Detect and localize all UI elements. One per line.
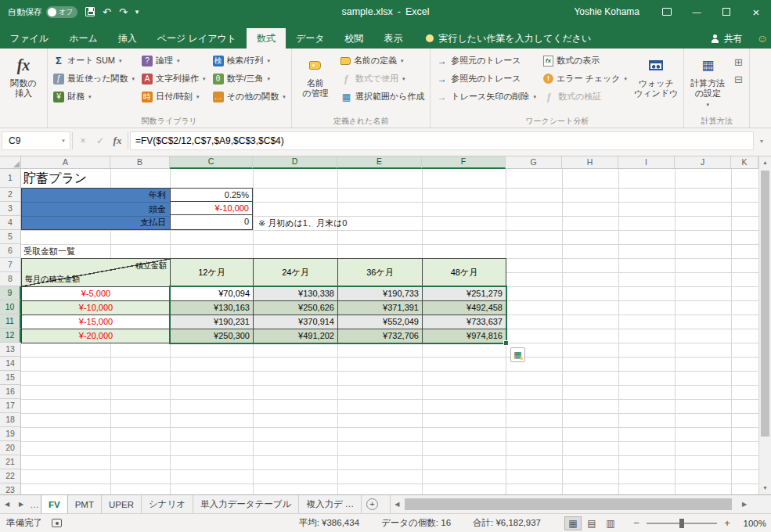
calculate-now-button[interactable]: ⊞ (730, 54, 746, 70)
feedback-smiley-icon[interactable]: ☺ (757, 28, 768, 49)
maximize-button[interactable] (712, 0, 741, 23)
error-checking-button[interactable]: !エラー チェック▾ (541, 70, 629, 87)
sheet-tab-1[interactable]: FV (41, 495, 68, 513)
scroll-up-icon[interactable]: ▲ (759, 156, 771, 169)
sheet-tab-scroll-left-icon[interactable]: ◀ (0, 495, 14, 513)
insert-function-fx-button[interactable]: fx (109, 135, 126, 147)
column-header-E[interactable]: E (337, 156, 422, 169)
cell-A2-label[interactable]: 年利 (22, 189, 170, 203)
row-header-18[interactable]: 18 (0, 413, 20, 427)
row-header-5[interactable]: 5 (0, 230, 20, 244)
autosave-toggle[interactable]: 自動保存 オフ (8, 6, 77, 18)
close-button[interactable]: × (741, 0, 771, 23)
expand-formula-bar-icon[interactable]: ▾ (754, 131, 769, 150)
calculate-sheet-button[interactable]: ⊟ (730, 71, 746, 87)
worksheet-grid[interactable]: 貯蓄プラン 年利 頭金 支払日 0.25% ¥-10,000 0 ※ 月初めは1… (0, 156, 758, 494)
row-header-17[interactable]: 17 (0, 399, 20, 413)
deposit-row-label-1[interactable]: ¥-5,000 (22, 287, 171, 301)
trace-dependents-button[interactable]: →参照先のトレース (434, 70, 539, 87)
save-icon[interactable] (85, 7, 95, 16)
cell-C3-value[interactable]: ¥-10,000 (171, 202, 252, 215)
column-header-H[interactable]: H (562, 156, 618, 168)
evaluate-formula-button[interactable]: ƒ数式の検証 (541, 88, 629, 105)
sheet-tab-2[interactable]: PMT (68, 495, 102, 513)
zoom-out-button[interactable]: − (632, 517, 641, 529)
ribbon-display-options-button[interactable] (652, 0, 682, 23)
define-name-button[interactable]: 名前の定義▾ (338, 52, 427, 69)
user-name[interactable]: Yoshie Kohama (574, 6, 639, 17)
row-header-6[interactable]: 6 (0, 244, 20, 258)
zoom-in-button[interactable]: + (722, 517, 732, 529)
cell-A4-label[interactable]: 支払日 (22, 217, 170, 229)
sheet-tab-4[interactable]: シナリオ (142, 495, 193, 513)
create-from-selection-button[interactable]: ▦選択範囲から作成 (338, 88, 427, 105)
quick-analysis-button[interactable]: ▦ (510, 347, 525, 362)
table-corner-cell[interactable]: 積立金額毎月の積立金額 (22, 259, 171, 287)
sheet-tab-5[interactable]: 単入力データテーブル (193, 495, 299, 513)
row-header-8[interactable]: 8 (0, 272, 20, 286)
name-manager-button[interactable]: 名前 の管理 (295, 51, 336, 116)
ribbon-tab-1[interactable]: ホーム (59, 28, 108, 49)
row-header-22[interactable]: 22 (0, 469, 20, 483)
vertical-scrollbar[interactable]: ▲ ▼ (758, 156, 771, 494)
fill-handle[interactable] (503, 340, 509, 346)
column-header-I[interactable]: I (618, 156, 675, 168)
scroll-left-icon[interactable]: ◀ (391, 501, 403, 508)
cell-C4-value[interactable]: 0 (171, 215, 252, 229)
deposit-row-label-4[interactable]: ¥-20,000 (22, 329, 171, 343)
use-in-formula-button[interactable]: ƒ数式で使用▾ (338, 70, 427, 87)
minimize-button[interactable]: — (682, 0, 712, 23)
month-header-1[interactable]: 12ケ月 (171, 259, 254, 287)
ribbon-tab-3[interactable]: ページ レイアウト (147, 28, 247, 49)
row-header-21[interactable]: 21 (0, 455, 20, 469)
column-header-B[interactable]: B (110, 156, 170, 168)
cell-C2-value[interactable]: 0.25% (171, 189, 252, 202)
column-header-D[interactable]: D (253, 156, 337, 169)
month-header-4[interactable]: 48ケ月 (423, 259, 506, 287)
ribbon-tab-2[interactable]: 挿入 (108, 28, 147, 49)
row-header-4[interactable]: 4 (0, 216, 20, 230)
row-header-10[interactable]: 10 (0, 300, 21, 315)
row-header-14[interactable]: 14 (0, 357, 20, 371)
ribbon-tab-6[interactable]: 校閲 (335, 28, 374, 49)
column-header-J[interactable]: J (675, 156, 731, 168)
formula-input[interactable]: =FV($C$2/12,C$7,$A9,$C$3,$C$4) (130, 131, 754, 150)
name-box[interactable]: C9 ▾ (2, 131, 70, 150)
cell-D4-note[interactable]: ※ 月初めは1、月末は0 (258, 216, 347, 230)
lookup-reference-button[interactable]: 検検索/行列▾ (211, 52, 288, 69)
column-header-G[interactable]: G (506, 156, 562, 168)
share-button[interactable]: 共有 (711, 28, 743, 49)
zoom-slider[interactable] (647, 523, 717, 524)
select-all-corner[interactable] (0, 156, 21, 169)
row-header-11[interactable]: 11 (0, 315, 21, 329)
column-header-A[interactable]: A (21, 156, 110, 168)
show-formulas-button[interactable]: fx数式の表示 (541, 52, 629, 69)
date-time-button[interactable]: 時日付/時刻▾ (139, 88, 208, 105)
calculation-options-button[interactable]: ▦ 計算方法 の設定 ▾ (687, 51, 728, 116)
trace-precedents-button[interactable]: →参照元のトレース (434, 52, 539, 69)
row-header-3[interactable]: 3 (0, 202, 20, 216)
horizontal-scrollbar[interactable]: ◀ ▶ (390, 495, 771, 513)
watch-window-button[interactable]: ウォッチ ウィンドウ (632, 51, 680, 116)
cancel-button[interactable]: × (74, 135, 92, 146)
column-header-C[interactable]: C (170, 156, 253, 169)
cell-A6-section-title[interactable]: 受取金額一覧 (23, 244, 75, 258)
cell-A1-title[interactable]: 貯蓄プラン (23, 169, 87, 188)
column-header-F[interactable]: F (422, 156, 506, 169)
autosum-button[interactable]: Σオート SUM▾ (51, 52, 137, 69)
normal-view-button[interactable]: ▦ (564, 516, 582, 530)
name-box-dropdown-icon[interactable]: ▾ (57, 138, 70, 144)
row-header-7[interactable]: 7 (0, 258, 20, 272)
horizontal-scrollbar-thumb[interactable] (405, 498, 732, 510)
ribbon-tab-file[interactable]: ファイル (0, 28, 59, 49)
sheet-tab-overflow-button[interactable]: … (28, 495, 41, 513)
deposit-row-label-2[interactable]: ¥-10,000 (22, 301, 171, 315)
enter-button[interactable]: ✓ (92, 135, 109, 146)
row-header-23[interactable]: 23 (0, 483, 20, 494)
page-layout-view-button[interactable]: ▤ (583, 516, 600, 530)
redo-icon[interactable]: ↷ (119, 7, 128, 17)
row-header-16[interactable]: 16 (0, 385, 20, 399)
page-break-view-button[interactable]: ▥ (602, 516, 619, 530)
sheet-tab-6[interactable]: 複入力デ … (299, 495, 362, 513)
zoom-level[interactable]: 100% (738, 519, 766, 528)
